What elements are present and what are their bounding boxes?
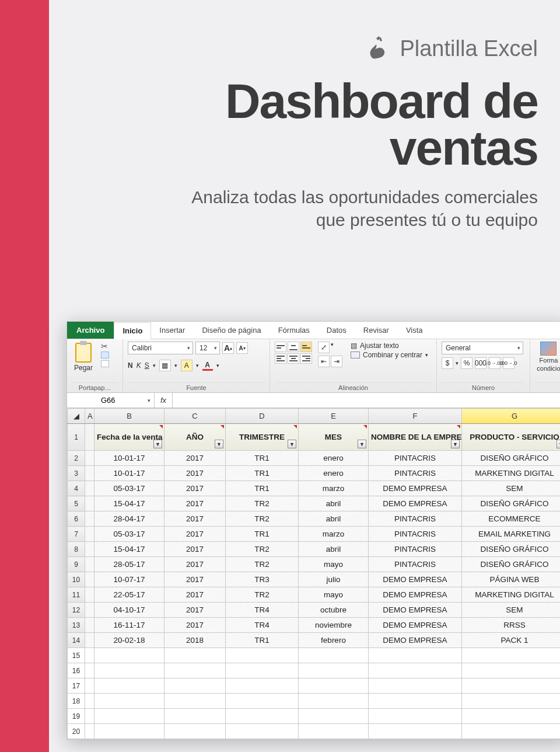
cell[interactable] <box>226 709 299 724</box>
tab-page-layout[interactable]: Diseño de página <box>194 322 270 339</box>
cell[interactable] <box>226 678 299 694</box>
format-painter-icon[interactable] <box>101 360 109 367</box>
cell[interactable] <box>164 724 226 739</box>
row-header[interactable]: 9 <box>68 557 85 572</box>
cell[interactable]: abril <box>299 496 369 511</box>
underline-button[interactable]: S <box>145 361 149 370</box>
row-header[interactable]: 6 <box>68 511 85 527</box>
cell[interactable]: TR4 <box>226 618 299 633</box>
col-header-G[interactable]: G <box>462 409 561 424</box>
tab-formulas[interactable]: Fórmulas <box>270 322 318 339</box>
cell[interactable]: TR4 <box>226 603 299 618</box>
cell[interactable] <box>299 694 369 709</box>
row-header[interactable]: 14 <box>68 633 85 648</box>
cell[interactable]: 04-10-17 <box>94 603 164 618</box>
decrease-indent-icon[interactable]: ⇤ <box>318 356 330 367</box>
fill-color-icon[interactable]: A <box>181 360 192 371</box>
cell[interactable]: mayo <box>299 557 369 572</box>
cell[interactable] <box>85 527 94 542</box>
cell[interactable]: RRSS <box>462 618 561 633</box>
cell[interactable]: 20-02-18 <box>94 633 164 648</box>
filter-dropdown-icon[interactable]: ▼ <box>288 440 296 448</box>
cell[interactable]: febrero <box>299 633 369 648</box>
row-header[interactable]: 8 <box>68 542 85 557</box>
filter-header[interactable]: Fecha de la venta▼ <box>94 424 164 451</box>
cell[interactable]: PÁGINA WEB <box>462 572 561 587</box>
paste-button[interactable]: Pegar <box>72 342 95 373</box>
cell[interactable] <box>85 603 94 618</box>
number-format-combo[interactable]: General <box>442 342 523 354</box>
cell[interactable]: 15-04-17 <box>94 496 164 511</box>
col-header-D[interactable]: D <box>226 409 299 424</box>
cell[interactable] <box>85 496 94 511</box>
cell[interactable]: DEMO EMPRESA <box>369 496 462 511</box>
fx-icon[interactable]: fx <box>155 393 173 408</box>
cell[interactable]: PINTACRIS <box>369 557 462 572</box>
tab-data[interactable]: Datos <box>318 322 355 339</box>
cell[interactable]: ECOMMERCE <box>462 511 561 527</box>
cell[interactable] <box>226 724 299 739</box>
row-header[interactable]: 17 <box>68 678 85 694</box>
row-header[interactable]: 13 <box>68 618 85 633</box>
row-header[interactable]: 11 <box>68 587 85 603</box>
col-header-E[interactable]: E <box>299 409 369 424</box>
cell[interactable]: 22-05-17 <box>94 587 164 603</box>
cell[interactable] <box>85 724 94 739</box>
cell[interactable]: 2017 <box>164 496 226 511</box>
cell[interactable] <box>94 694 164 709</box>
cell[interactable]: marzo <box>299 481 369 496</box>
cell[interactable] <box>299 709 369 724</box>
copy-icon[interactable] <box>101 351 109 358</box>
cell[interactable]: TR1 <box>226 633 299 648</box>
cell[interactable] <box>369 724 462 739</box>
cell[interactable] <box>85 709 94 724</box>
orientation-icon[interactable]: ⤢ <box>318 342 330 353</box>
cell[interactable] <box>164 709 226 724</box>
cell[interactable] <box>85 481 94 496</box>
cell[interactable]: DEMO EMPRESA <box>369 618 462 633</box>
filter-header[interactable]: NOMBRE DE LA EMPRESA▼ <box>369 424 462 451</box>
col-header-A[interactable]: A <box>85 409 94 424</box>
row-header[interactable]: 5 <box>68 496 85 511</box>
cell[interactable] <box>369 678 462 694</box>
cell[interactable]: TR3 <box>226 572 299 587</box>
cell[interactable]: DISEÑO GRÁFICO <box>462 496 561 511</box>
cell[interactable] <box>164 678 226 694</box>
filter-dropdown-icon[interactable]: ▼ <box>153 440 162 448</box>
cell[interactable] <box>226 694 299 709</box>
cell[interactable]: noviembre <box>299 618 369 633</box>
cell[interactable] <box>226 663 299 678</box>
cell[interactable]: DEMO EMPRESA <box>369 481 462 496</box>
cell[interactable]: enero <box>299 466 369 481</box>
name-box[interactable]: G66 <box>96 393 155 408</box>
cell[interactable]: mayo <box>299 587 369 603</box>
cell[interactable]: 2018 <box>164 633 226 648</box>
cell[interactable]: 10-01-17 <box>94 451 164 466</box>
accounting-format-icon[interactable]: $ <box>442 357 453 369</box>
increase-font-icon[interactable]: A▴ <box>222 342 234 354</box>
row-header[interactable]: 19 <box>68 709 85 724</box>
cell[interactable]: TR1 <box>226 481 299 496</box>
col-header-B[interactable]: B <box>94 409 164 424</box>
italic-button[interactable]: K <box>136 361 141 370</box>
cell[interactable]: TR2 <box>226 542 299 557</box>
cell[interactable]: 05-03-17 <box>94 527 164 542</box>
align-left-icon[interactable] <box>275 353 286 364</box>
increase-decimal-icon[interactable]: .0→.00 <box>489 357 501 369</box>
cell[interactable] <box>369 648 462 663</box>
cell[interactable] <box>369 694 462 709</box>
cell[interactable]: DEMO EMPRESA <box>369 587 462 603</box>
cell[interactable]: MARKETING DIGITAL <box>462 466 561 481</box>
cell[interactable]: 28-04-17 <box>94 511 164 527</box>
filter-dropdown-icon[interactable]: ▼ <box>358 440 366 448</box>
cell[interactable] <box>85 424 94 451</box>
cell[interactable]: TR2 <box>226 587 299 603</box>
cell[interactable]: EMAIL MARKETING <box>462 527 561 542</box>
cell[interactable] <box>85 587 94 603</box>
cell[interactable] <box>369 709 462 724</box>
align-center-icon[interactable] <box>288 353 299 364</box>
align-top-icon[interactable] <box>275 342 286 352</box>
cell[interactable] <box>164 663 226 678</box>
cell[interactable]: TR2 <box>226 511 299 527</box>
col-header-C[interactable]: C <box>164 409 226 424</box>
